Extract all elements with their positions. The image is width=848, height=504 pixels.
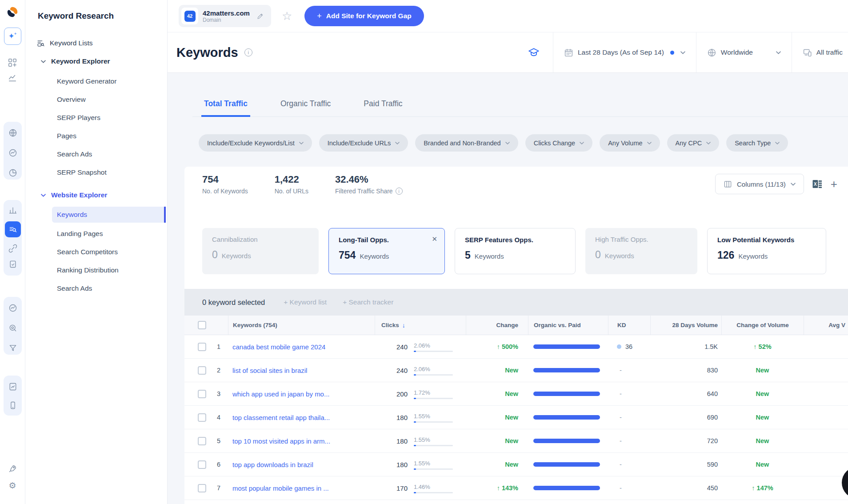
add-to-search-tracker-button[interactable]: + Search tracker [343, 298, 393, 306]
keyword-search-active-icon[interactable] [5, 221, 21, 237]
settings-gear-icon[interactable]: ⚙ [8, 481, 17, 491]
row-checkbox[interactable] [198, 460, 206, 469]
sidebar-item-search-ads[interactable]: Search Ads [25, 145, 167, 163]
volume-change-value: New [756, 437, 769, 444]
chevron-down-icon [41, 194, 46, 197]
stat-value: 1,422 [275, 174, 308, 185]
ai-assistant-icon[interactable]: ✦✦ [4, 28, 21, 45]
add-to-keyword-list-button[interactable]: + Keyword list [284, 298, 327, 306]
excel-export-icon[interactable]: X [812, 179, 823, 189]
search-circle-icon[interactable] [8, 324, 17, 332]
sidebar-item-landing-pages[interactable]: Landing Pages [25, 224, 167, 243]
row-checkbox[interactable] [198, 484, 206, 492]
date-range-select[interactable]: Last 28 Days (As of Sep 14) [553, 32, 696, 72]
close-icon[interactable]: ✕ [432, 235, 437, 243]
report-icon[interactable] [8, 382, 17, 391]
row-checkbox[interactable] [198, 413, 206, 422]
opp-value: 0 [595, 249, 601, 261]
row-checkbox[interactable] [198, 437, 206, 445]
select-all-checkbox[interactable] [198, 321, 206, 329]
stat-value: 32.46% [335, 174, 403, 185]
add-column-plus-icon[interactable]: + [831, 179, 837, 189]
sidebar-item-ranking-distribution[interactable]: Ranking Distribution [25, 261, 167, 279]
keyword-link[interactable]: top classement retail app thaila... [232, 414, 330, 421]
keyword-link[interactable]: top app downloads in brazil [232, 461, 313, 468]
opp-card-serp-features[interactable]: SERP Features Opps. 5Keywords [455, 228, 576, 274]
clipboard-check-icon[interactable] [8, 260, 17, 268]
filter-include-exclude-keywords[interactable]: Include/Exclude Keywords/List [199, 134, 312, 152]
filter-any-volume[interactable]: Any Volume [600, 134, 660, 152]
sidebar-item-keywords-selected[interactable]: Keywords [52, 207, 166, 223]
table-header: Keywords (754) Clicks↓ Change Organic vs… [184, 316, 848, 335]
sort-desc-icon[interactable]: ↓ [402, 322, 405, 329]
favorite-star-icon[interactable]: ☆ [282, 10, 292, 22]
sidebar-item-website-explorer[interactable]: Website Explorer [25, 190, 167, 200]
info-icon[interactable]: i [396, 188, 403, 195]
edit-pencil-icon[interactable] [257, 12, 264, 20]
add-site-for-keyword-gap-button[interactable]: + Add Site for Keyword Gap [304, 6, 424, 26]
sidebar-item-overview[interactable]: Overview [25, 90, 167, 108]
sidebar-item-serp-players[interactable]: SERP Players [25, 108, 167, 127]
sidebar-item-serp-snapshot[interactable]: SERP Snapshot [25, 163, 167, 181]
organic-paid-column-header[interactable]: Organic vs. Paid [528, 316, 608, 335]
opp-card-long-tail[interactable]: Long-Tail Opps. ✕ 754Keywords [328, 228, 445, 274]
columns-button[interactable]: Columns (11/13) [715, 174, 804, 194]
volume-column-header[interactable]: 28 Days Volume [650, 316, 721, 335]
filter-search-type[interactable]: Search Type [726, 134, 788, 152]
icon-rail: ✦✦ [0, 0, 25, 504]
kd-dot [617, 344, 621, 349]
keywords-column-header[interactable]: Keywords (754) [228, 316, 375, 335]
pie-chart-icon[interactable] [8, 168, 17, 177]
opp-card-low-potential[interactable]: Low Potential Keywords 126Keywords [707, 228, 826, 274]
site-chip[interactable]: 42 42matters.com Domain [179, 5, 271, 27]
globe-icon[interactable] [8, 128, 17, 137]
modules-grid-icon[interactable] [8, 58, 17, 68]
globe-trend-icon[interactable] [8, 148, 17, 157]
clicks-column-header[interactable]: Clicks↓ [375, 316, 466, 335]
tab-paid-traffic[interactable]: Paid Traffic [361, 99, 405, 116]
sidebar-item-pages[interactable]: Pages [25, 127, 167, 145]
tab-organic-traffic[interactable]: Organic Traffic [278, 99, 333, 116]
clicks-share: 2.06% [414, 365, 455, 376]
avg-column-header[interactable]: Avg V [804, 316, 848, 335]
filter-any-cpc[interactable]: Any CPC [667, 134, 720, 152]
volume-change-column-header[interactable]: Change of Volume [721, 316, 804, 335]
learning-cap-button[interactable] [515, 32, 553, 72]
keyword-link[interactable]: list of social sites in brazil [232, 367, 307, 374]
keyword-link[interactable]: canada best mobile game 2024 [232, 343, 325, 351]
opp-card-cannibalization[interactable]: Cannibalization 0Keywords [202, 228, 319, 274]
sidebar-item-search-competitors[interactable]: Search Competitors [25, 243, 167, 261]
keyword-link[interactable]: most popular mobile games in ... [232, 484, 329, 492]
mobile-device-icon[interactable] [8, 401, 17, 410]
funnel-icon[interactable] [8, 344, 17, 352]
opp-card-high-traffic[interactable]: High Traffic Opps. 0Keywords [585, 228, 697, 274]
kd-value: - [617, 367, 622, 374]
link-icon[interactable] [8, 244, 17, 253]
geo-select[interactable]: Worldwide [696, 32, 792, 72]
trend-chart-icon[interactable] [8, 73, 17, 83]
traffic-type-select[interactable]: All traffic [792, 32, 848, 72]
keyword-link[interactable]: top 10 most visited apps in arm... [232, 437, 330, 445]
tab-total-traffic[interactable]: Total Traffic [201, 99, 250, 117]
row-checkbox[interactable] [198, 390, 206, 398]
info-icon[interactable]: i [244, 48, 252, 56]
sidebar-item-keyword-lists[interactable]: Keyword Lists [25, 38, 167, 48]
kd-column-header[interactable]: KD [608, 316, 650, 335]
table-row: 7 most popular mobile games in ... 170 1… [184, 476, 848, 500]
filter-branded-non-branded[interactable]: Branded and Non-Branded [415, 134, 518, 152]
page-header: Keywords i Last 28 Days (As of Sep 14) W… [168, 32, 848, 73]
row-checkbox[interactable] [198, 366, 206, 375]
change-column-header[interactable]: Change [466, 316, 528, 335]
keyword-link[interactable]: which app used in japan by mo... [232, 390, 329, 398]
filter-clicks-change[interactable]: Clicks Change [525, 134, 593, 152]
sidebar-item-keyword-generator[interactable]: Keyword Generator [25, 72, 167, 90]
row-checkbox[interactable] [198, 343, 206, 351]
globe-trend-2-icon[interactable] [8, 304, 17, 312]
sidebar-title: Keyword Research [38, 11, 167, 21]
bar-chart-icon[interactable] [8, 206, 17, 215]
sidebar-item-keyword-explorer[interactable]: Keyword Explorer [25, 56, 167, 67]
sidebar-item-search-ads-2[interactable]: Search Ads [25, 279, 167, 297]
rocket-icon[interactable] [8, 464, 17, 474]
filter-include-exclude-urls[interactable]: Include/Exclude URLs [319, 134, 408, 152]
change-value: New [505, 414, 518, 421]
